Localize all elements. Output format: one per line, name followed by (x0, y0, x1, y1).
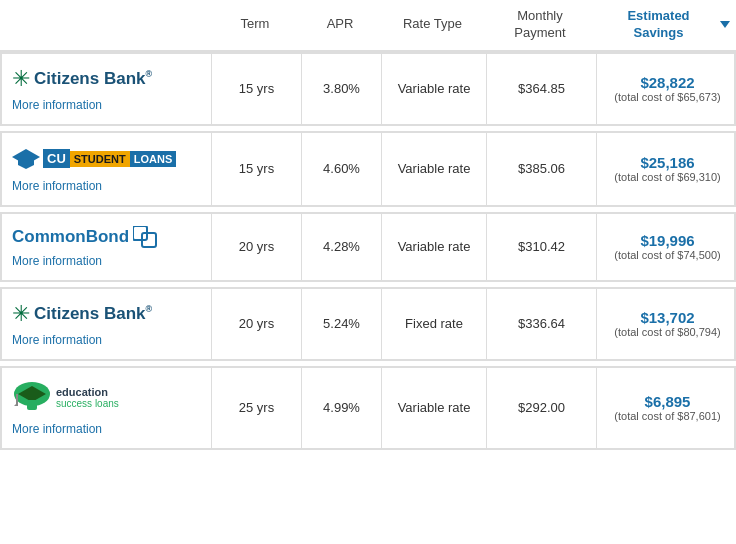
table-header: Term APR Rate Type Monthly Payment Estim… (0, 0, 736, 52)
logo-area: CUSTUDENTLOANS (12, 145, 176, 173)
apr-cell: 3.80% (302, 54, 382, 124)
savings-amount: $13,702 (640, 309, 694, 326)
savings-amount: $28,822 (640, 74, 694, 91)
education-text: education success loans (56, 386, 119, 409)
savings-cell: $6,895 (total cost of $87,601) (597, 368, 736, 448)
header-rate-type: Rate Type (380, 0, 485, 50)
lender-row-custudent: CUSTUDENTLOANS More information 15 yrs 4… (1, 132, 735, 206)
commonbond-name: CommonBond (12, 227, 129, 247)
lender-info-cell: CommonBond More information (2, 214, 212, 280)
term-cell: 20 yrs (212, 289, 302, 359)
term-cell: 15 yrs (212, 54, 302, 124)
svg-rect-6 (27, 400, 37, 410)
apr-cell: 4.99% (302, 368, 382, 448)
savings-total: (total cost of $69,310) (614, 171, 720, 183)
logo-area: CommonBond (12, 226, 157, 248)
rate-type-cell: Variable rate (382, 214, 487, 280)
lender-row-citizens-1: ✳ Citizens Bank® More information 15 yrs… (1, 53, 735, 125)
header-apr: APR (300, 0, 380, 50)
more-info-link[interactable]: More information (12, 98, 102, 112)
more-info-link[interactable]: More information (12, 179, 102, 193)
table-row: ✳ Citizens Bank® More information 15 yrs… (0, 52, 736, 126)
more-info-link[interactable]: More information (12, 333, 102, 347)
cu-student-logo: CUSTUDENTLOANS (12, 145, 176, 173)
cu-cap-icon (12, 145, 40, 173)
rate-type-cell: Variable rate (382, 54, 487, 124)
term-cell: 15 yrs (212, 133, 302, 205)
citizens-bank-name-2: Citizens Bank® (34, 304, 152, 324)
header-lender (0, 0, 210, 50)
table-row: ✳ Citizens Bank® More information 20 yrs… (0, 287, 736, 361)
monthly-cell: $385.06 (487, 133, 597, 205)
savings-cell: $28,822 (total cost of $65,673) (597, 54, 736, 124)
rate-type-cell: Variable rate (382, 368, 487, 448)
apr-cell: 5.24% (302, 289, 382, 359)
savings-total: (total cost of $87,601) (614, 410, 720, 422)
savings-cell: $25,186 (total cost of $69,310) (597, 133, 736, 205)
header-monthly: Monthly Payment (485, 0, 595, 50)
education-icon (12, 380, 52, 416)
education-logo: education success loans (12, 380, 119, 416)
apr-cell: 4.60% (302, 133, 382, 205)
savings-total: (total cost of $74,500) (614, 249, 720, 261)
logo-area: ✳ Citizens Bank® (12, 66, 152, 92)
citizens-star-icon: ✳ (12, 66, 30, 92)
monthly-cell: $364.85 (487, 54, 597, 124)
more-info-link[interactable]: More information (12, 254, 102, 268)
monthly-cell: $292.00 (487, 368, 597, 448)
commonbond-icon (133, 226, 157, 248)
citizens-bank-name: Citizens Bank® (34, 69, 152, 89)
lender-info-cell: CUSTUDENTLOANS More information (2, 133, 212, 205)
lender-row-commonbond: CommonBond More information 20 yrs 4.28%… (1, 213, 735, 281)
lender-info-cell: ✳ Citizens Bank® More information (2, 289, 212, 359)
more-info-link[interactable]: More information (12, 422, 102, 436)
table-row: CUSTUDENTLOANS More information 15 yrs 4… (0, 131, 736, 207)
rate-type-cell: Variable rate (382, 133, 487, 205)
monthly-cell: $310.42 (487, 214, 597, 280)
citizens-star-icon-2: ✳ (12, 301, 30, 327)
header-term: Term (210, 0, 300, 50)
savings-amount: $19,996 (640, 232, 694, 249)
savings-amount: $25,186 (640, 154, 694, 171)
lender-row-education: education success loans More information… (1, 367, 735, 449)
lender-row-citizens-2: ✳ Citizens Bank® More information 20 yrs… (1, 288, 735, 360)
savings-total: (total cost of $65,673) (614, 91, 720, 103)
lender-info-cell: education success loans More information (2, 368, 212, 448)
header-savings[interactable]: Estimated Savings (595, 0, 736, 50)
table-row: CommonBond More information 20 yrs 4.28%… (0, 212, 736, 282)
monthly-cell: $336.64 (487, 289, 597, 359)
savings-total: (total cost of $80,794) (614, 326, 720, 338)
rate-type-cell: Fixed rate (382, 289, 487, 359)
citizens-bank-logo-2: ✳ Citizens Bank® (12, 301, 152, 327)
sort-arrow-icon[interactable] (720, 21, 730, 28)
logo-area: education success loans (12, 380, 119, 416)
term-cell: 25 yrs (212, 368, 302, 448)
savings-cell: $13,702 (total cost of $80,794) (597, 289, 736, 359)
commonbond-logo: CommonBond (12, 226, 157, 248)
savings-amount: $6,895 (645, 393, 691, 410)
apr-cell: 4.28% (302, 214, 382, 280)
lender-info-cell: ✳ Citizens Bank® More information (2, 54, 212, 124)
savings-cell: $19,996 (total cost of $74,500) (597, 214, 736, 280)
citizens-bank-logo: ✳ Citizens Bank® (12, 66, 152, 92)
term-cell: 20 yrs (212, 214, 302, 280)
logo-area: ✳ Citizens Bank® (12, 301, 152, 327)
table-row: education success loans More information… (0, 366, 736, 450)
